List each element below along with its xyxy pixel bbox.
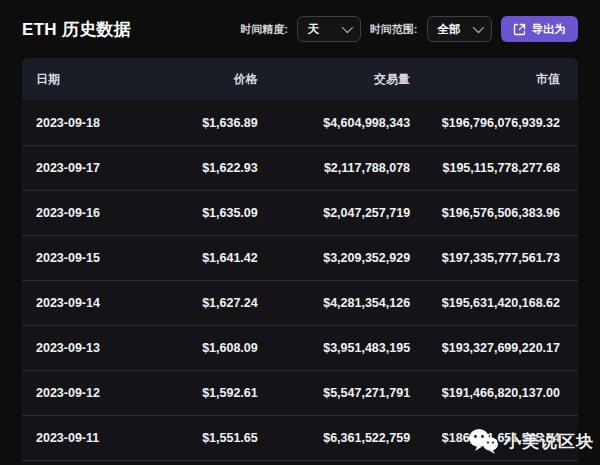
time-range-select[interactable]: 全部 — [427, 16, 492, 42]
chevron-down-icon — [342, 22, 353, 33]
table-row: 2023-09-14$1,627.24$4,281,354,126$195,63… — [22, 280, 578, 325]
cell-date: 2023-09-11 — [22, 431, 155, 445]
cell-mcap: $196,796,076,939.32 — [410, 116, 578, 130]
cell-mcap: $196,576,506,383.96 — [410, 206, 578, 220]
column-header-mcap: 市值 — [410, 71, 578, 88]
topbar: ETH 历史数据 时间精度: 天 时间范围: 全部 导出为 — [0, 0, 600, 58]
table-row: 2023-09-17$1,622.93$2,117,788,078$195,11… — [22, 145, 578, 190]
cell-price: $1,608.09 — [155, 341, 257, 355]
cell-volume: $4,281,354,126 — [258, 296, 410, 310]
column-header-date: 日期 — [22, 71, 155, 88]
cell-volume: $3,951,483,195 — [258, 341, 410, 355]
table-row: 2023-09-18$1,636.89$4,604,998,343$196,79… — [22, 100, 578, 145]
cell-volume: $4,604,998,343 — [258, 116, 410, 130]
cell-volume: $6,361,522,759 — [258, 431, 410, 445]
time-precision-label: 时间精度: — [240, 22, 288, 37]
cell-mcap: $197,335,777,561.73 — [410, 251, 578, 265]
export-icon — [513, 23, 526, 36]
cell-price: $1,636.89 — [155, 116, 257, 130]
column-header-price: 价格 — [155, 71, 257, 88]
table-row: 2023-09-16$1,635.09$2,047,257,719$196,57… — [22, 190, 578, 235]
time-range-value: 全部 — [438, 22, 461, 37]
cell-mcap: $195,631,420,168.62 — [410, 296, 578, 310]
cell-date: 2023-09-15 — [22, 251, 155, 265]
table-body: 2023-09-18$1,636.89$4,604,998,343$196,79… — [22, 100, 578, 460]
history-table: 日期 价格 交易量 市值 2023-09-18$1,636.89$4,604,9… — [22, 58, 578, 465]
cell-date: 2023-09-16 — [22, 206, 155, 220]
page-title: ETH 历史数据 — [22, 18, 131, 41]
cell-price: $1,641.42 — [155, 251, 257, 265]
cell-date: 2023-09-17 — [22, 161, 155, 175]
cell-price: $1,622.93 — [155, 161, 257, 175]
table-row: 2023-09-12$1,592.61$5,547,271,791$191,46… — [22, 370, 578, 415]
time-precision-value: 天 — [308, 22, 320, 37]
cell-volume: $5,547,271,791 — [258, 386, 410, 400]
next-row-sliver — [22, 460, 578, 465]
cell-price: $1,592.61 — [155, 386, 257, 400]
export-button[interactable]: 导出为 — [501, 16, 579, 42]
table-row: 2023-09-11$1,551.65$6,361,522,759$186,54… — [22, 415, 578, 460]
table-header-row: 日期 价格 交易量 市值 — [22, 58, 578, 100]
cell-price: $1,635.09 — [155, 206, 257, 220]
cell-mcap: $191,466,820,137.00 — [410, 386, 578, 400]
time-precision-select[interactable]: 天 — [297, 16, 361, 42]
table-row: 2023-09-13$1,608.09$3,951,483,195$193,32… — [22, 325, 578, 370]
cell-date: 2023-09-13 — [22, 341, 155, 355]
cell-volume: $3,209,352,929 — [258, 251, 410, 265]
column-header-volume: 交易量 — [258, 71, 410, 88]
cell-date: 2023-09-14 — [22, 296, 155, 310]
cell-price: $1,627.24 — [155, 296, 257, 310]
cell-volume: $2,117,788,078 — [258, 161, 410, 175]
cell-date: 2023-09-18 — [22, 116, 155, 130]
cell-mcap: $195,115,778,277.68 — [410, 161, 578, 175]
cell-date: 2023-09-12 — [22, 386, 155, 400]
export-button-label: 导出为 — [532, 22, 567, 37]
header-controls: 时间精度: 天 时间范围: 全部 导出为 — [240, 16, 578, 42]
cell-mcap: $186,541,651,585.64 — [410, 431, 578, 445]
cell-mcap: $193,327,699,220.17 — [410, 341, 578, 355]
table-row: 2023-09-15$1,641.42$3,209,352,929$197,33… — [22, 235, 578, 280]
chevron-down-icon — [472, 22, 483, 33]
time-range-label: 时间范围: — [370, 22, 418, 37]
cell-price: $1,551.65 — [155, 431, 257, 445]
cell-volume: $2,047,257,719 — [258, 206, 410, 220]
